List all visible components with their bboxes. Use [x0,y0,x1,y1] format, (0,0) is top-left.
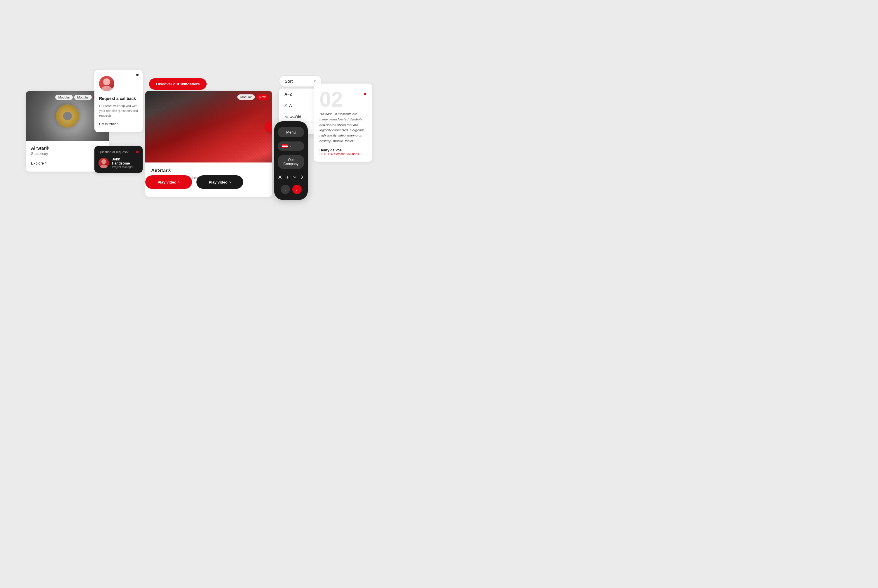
callback-avatar [99,76,114,91]
sort-label: Sort [285,79,293,84]
main-badge-modular: Modular [237,94,255,100]
prev-arrow-button[interactable]: ‹ [281,185,290,194]
testimonial-company: DAR Waste Solutions [328,152,359,156]
chat-avatar [99,158,109,168]
badge-modular-2: Modular [74,95,92,100]
play-video-dark-button[interactable]: Play video [197,176,243,189]
chat-person: John Handsome Project Manager [99,157,138,169]
testimonial-author: Henry de Vos [320,148,366,152]
sort-option-az-label: A–Z [284,92,292,96]
sort-option-za-label: Z–A [284,103,292,108]
main-product-image: Modular New › [145,91,272,162]
testimonial-number: 02 [320,90,366,109]
chat-header: Question or request? [99,150,138,154]
mobile-flag-button[interactable]: ∨ [278,141,304,151]
next-arrow-button[interactable]: › [292,185,302,194]
card-testimonial: 02 "All base UI elements are made using … [314,84,372,162]
right-control-button[interactable] [299,174,304,181]
card-title: AirStar® [31,146,104,150]
close-control-button[interactable] [278,174,283,181]
callback-title: Request a callback [99,96,138,101]
testimonial-role: CEO, DAR Waste Solutions [320,152,366,156]
chat-question-label: Question or request? [99,150,129,154]
chat-info: John Handsome Project Manager [112,157,138,169]
avatar-image [99,76,114,91]
play-video-red-button[interactable]: Play video [145,176,192,189]
sort-option-newold-label: New–Old [284,114,301,119]
get-in-touch-link[interactable]: Get in touch [99,122,138,126]
main-badge-new: New [256,94,269,100]
main-product-title: AirStar® [151,168,266,174]
nav-arrows: ‹ › [278,185,304,194]
chat-name: John Handsome [112,157,138,165]
image-overlay [145,91,272,162]
nav-controls [278,174,304,181]
sort-chevron-icon: ∨ [314,79,316,83]
add-control-button[interactable] [285,174,290,181]
mobile-menu-button[interactable]: Menu [278,127,304,137]
card-callback: Request a callback Our team will help yo… [95,70,143,132]
testimonial-quote: "All base UI elements are made using Nes… [320,111,366,144]
down-control-button[interactable] [292,174,297,181]
main-product-badges: Modular New [237,94,269,100]
card-subtitle: Stationary [31,152,104,156]
callback-dot [136,74,138,76]
discover-button[interactable]: Discover our Windsiters [149,78,207,90]
chat-notification-dot [136,151,138,153]
explore-link[interactable]: Explore [31,160,104,166]
badge-modular-1: Modular [55,95,73,100]
flag-icon [282,144,288,148]
callback-desc: Our team will help you with your specifi… [99,104,138,118]
our-company-button[interactable]: Our Company [278,155,304,169]
flag-chevron-icon: ∨ [290,145,291,148]
card-mobile-nav: Menu ∨ Our Company ‹ › [274,121,308,200]
testimonial-role-prefix: CEO, [320,152,328,156]
testimonial-red-dot [364,93,366,95]
chat-role: Project Manager [112,165,138,169]
card-chat: Question or request? John Handsome Proje… [95,146,143,173]
